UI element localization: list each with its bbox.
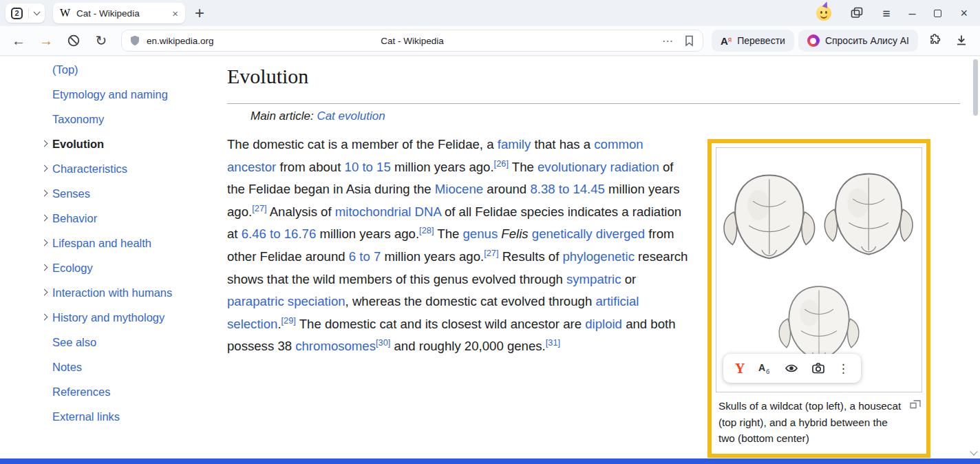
back-button[interactable]: ←: [7, 29, 30, 52]
wiki-link-genus[interactable]: genus: [463, 226, 498, 241]
sidebar-item-label: See also: [52, 336, 96, 349]
profile-avatar-emoji[interactable]: [816, 6, 831, 21]
bottom-edge-bar: [0, 458, 980, 464]
text-run: million years ago.: [316, 226, 419, 241]
translate-image-icon[interactable]: А б: [757, 361, 772, 376]
address-bar[interactable]: en.wikipedia.org Cat - Wikipedia ⋯: [121, 30, 703, 52]
cat-evolution-link[interactable]: Cat evolution: [317, 109, 385, 123]
sidebar-item-references[interactable]: References: [41, 379, 217, 404]
sidebar-item-label: Interaction with humans: [52, 286, 172, 299]
minimize-icon[interactable]: –: [908, 7, 915, 19]
enlarge-icon[interactable]: [910, 399, 921, 412]
close-window-icon[interactable]: ×: [960, 7, 968, 19]
text-run: and roughly 20,000 genes.: [390, 339, 545, 353]
forward-button[interactable]: →: [34, 29, 58, 52]
evolution-paragraph: The domestic cat is a member of the Feli…: [227, 134, 692, 358]
sidebar-item-evolution[interactable]: Evolution: [41, 131, 217, 156]
sidebar-item-see-also[interactable]: See also: [41, 330, 217, 355]
sidebar-item-label: Senses: [52, 187, 90, 200]
wiki-link-mitochondrial-dna[interactable]: mitochondrial DNA: [335, 204, 441, 219]
reload-button[interactable]: ↻: [89, 29, 113, 52]
text-run: million years ago.: [391, 160, 494, 174]
chevron-right-icon: [41, 190, 48, 197]
sidebar-item-interaction-with-humans[interactable]: Interaction with humans: [41, 280, 217, 305]
reference-link[interactable]: [28]: [419, 225, 434, 235]
maximize-icon[interactable]: [934, 10, 941, 17]
hatnote-prefix: Main article:: [251, 109, 317, 123]
tab-counter-button[interactable]: 2: [6, 3, 45, 23]
wiki-link-chromosomes[interactable]: chromosomes: [295, 339, 376, 353]
wikipedia-favicon: W: [60, 8, 70, 19]
translate-icon: Ая: [721, 35, 732, 47]
reference-link[interactable]: [30]: [376, 337, 390, 348]
reference-link[interactable]: [26]: [494, 158, 509, 168]
new-tab-button[interactable]: +: [195, 5, 204, 21]
skulls-figure: Y А б ⋮: [707, 139, 930, 458]
chevron-right-icon: [41, 264, 48, 271]
sidebar-item-senses[interactable]: Senses: [41, 181, 217, 206]
reference-sup: [31]: [546, 337, 560, 348]
sidebar-item-top[interactable]: (Top): [41, 57, 217, 82]
wiki-link-phylogenetic[interactable]: phylogenetic: [563, 249, 635, 264]
reference-link[interactable]: [29]: [281, 315, 296, 326]
yandex-icon[interactable]: Y: [735, 361, 745, 377]
wiki-link-10-to-15[interactable]: 10 to 15: [345, 160, 391, 174]
sidebar-item-label: References: [52, 386, 110, 399]
reference-link[interactable]: [31]: [546, 337, 560, 348]
sidebar-item-behavior[interactable]: Behavior: [41, 206, 217, 231]
window-controls: ≡ – ×: [816, 6, 980, 21]
reference-sup: [28]: [419, 225, 434, 235]
eye-icon[interactable]: [784, 361, 799, 376]
wiki-link-evolutionary-radiation[interactable]: evolutionary radiation: [537, 160, 659, 174]
wiki-link-parapatric-speciation[interactable]: parapatric speciation: [227, 294, 345, 308]
text-run: around: [483, 182, 530, 196]
sidebar-item-notes[interactable]: Notes: [41, 355, 217, 379]
figure-caption-row: Skulls of a wildcat (top left), a housec…: [712, 392, 926, 454]
browser-tab-cat-wikipedia[interactable]: W Cat - Wikipedia ×: [53, 3, 185, 23]
wiki-link-sympatric[interactable]: sympatric: [566, 272, 621, 286]
sidebar-item-etymology-and-naming[interactable]: Etymology and naming: [41, 82, 217, 107]
translate-button[interactable]: Ая Перевести: [712, 30, 794, 52]
wiki-link-6-to-7[interactable]: 6 to 7: [349, 249, 381, 264]
extensions-puzzle-icon[interactable]: [922, 29, 946, 52]
skulls-image[interactable]: Y А б ⋮: [716, 147, 922, 392]
reference-link[interactable]: [27]: [252, 203, 266, 213]
sidebar-item-label: Characteristics: [52, 162, 127, 176]
site-more-icon[interactable]: ⋯: [662, 34, 674, 48]
text-run: The domestic cat is a member of the Feli…: [227, 137, 498, 151]
svg-text:А: А: [758, 362, 765, 373]
figure-caption: Skulls of a wildcat (top left), a housec…: [718, 398, 904, 447]
side-panels-icon[interactable]: [850, 6, 864, 20]
wiki-link-genetically-diverged[interactable]: genetically diverged: [532, 226, 645, 241]
reference-sup: [27]: [252, 203, 266, 213]
menu-icon[interactable]: ≡: [882, 7, 890, 20]
sidebar-item-ecology[interactable]: Ecology: [41, 255, 217, 280]
downloads-icon[interactable]: [950, 29, 973, 52]
tab-title: Cat - Wikipedia: [76, 8, 166, 19]
sidebar-item-history-and-mythology[interactable]: History and mythology: [41, 305, 217, 330]
sidebar-item-label: History and mythology: [52, 311, 164, 324]
url-text: en.wikipedia.org: [147, 36, 214, 46]
ask-alice-button[interactable]: Спросить Алису AI: [798, 30, 918, 52]
sidebar-item-external-links[interactable]: External links: [41, 404, 217, 429]
sidebar-item-label: (Top): [52, 63, 78, 76]
tab-close-icon[interactable]: ×: [172, 8, 178, 19]
wiki-link-miocene[interactable]: Miocene: [435, 182, 483, 196]
sidebar-item-taxonomy[interactable]: Taxonomy: [41, 107, 217, 131]
protect-circle-icon[interactable]: [62, 29, 85, 52]
wiki-link-family[interactable]: family: [498, 137, 531, 151]
text-run: or: [621, 272, 637, 286]
sidebar-item-characteristics[interactable]: Characteristics: [41, 156, 217, 181]
screenshot-search-icon[interactable]: [811, 361, 826, 376]
bookmark-flag-icon[interactable]: [682, 34, 696, 48]
wiki-link-6-46-to-16-76[interactable]: 6.46 to 16.76: [242, 226, 317, 241]
scroll-down-icon[interactable]: [970, 447, 977, 455]
table-of-contents: (Top)Etymology and namingTaxonomyEvoluti…: [41, 57, 217, 429]
reference-link[interactable]: [27]: [484, 248, 498, 258]
kebab-menu-icon[interactable]: ⋮: [838, 361, 849, 376]
italic-taxon: Felis: [501, 226, 528, 241]
wiki-link-8-38-to-14-45[interactable]: 8.38 to 14.45: [530, 182, 605, 196]
scrollbar-thumb[interactable]: [973, 59, 978, 116]
wiki-link-diploid[interactable]: diploid: [585, 317, 622, 331]
sidebar-item-lifespan-and-health[interactable]: Lifespan and health: [41, 231, 217, 255]
